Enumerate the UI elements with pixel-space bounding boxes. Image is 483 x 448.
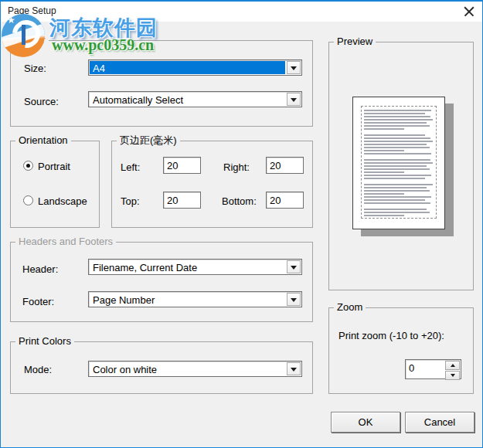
source-combobox-value: Automatically Select (90, 93, 285, 106)
headers-footers-group: Headers and Footers (10, 242, 313, 322)
chevron-down-icon (291, 368, 297, 375)
size-combobox[interactable]: A4 (88, 59, 302, 76)
margin-left-label: Left: (121, 161, 140, 173)
headers-footers-group-label: Headers and Footers (15, 236, 116, 247)
footer-label: Footer: (22, 296, 54, 307)
chevron-up-icon (451, 361, 455, 367)
landscape-radio-label[interactable]: Landscape (38, 195, 87, 207)
margin-top-input[interactable] (163, 192, 201, 209)
size-combobox-dropdown-button[interactable] (287, 61, 301, 74)
margin-bottom-input[interactable] (266, 192, 304, 209)
landscape-radio[interactable] (23, 195, 33, 205)
header-combobox[interactable]: Filename, Current Date (88, 259, 302, 275)
preview-lines (364, 110, 434, 219)
spinner-buttons (445, 361, 460, 378)
margins-group-label: 页边距(毫米) (117, 134, 180, 146)
mode-combobox-dropdown-button[interactable] (287, 362, 301, 375)
mode-combobox[interactable]: Color on white (88, 361, 302, 377)
chevron-down-icon (291, 66, 297, 73)
ok-button[interactable]: OK (331, 412, 400, 433)
source-combobox-dropdown-button[interactable] (287, 93, 301, 106)
portrait-radio[interactable] (23, 161, 33, 171)
close-icon (464, 6, 474, 17)
print-colors-group-label: Print Colors (15, 335, 74, 347)
mode-combobox-value: Color on white (90, 362, 285, 375)
zoom-group-label: Zoom (334, 301, 366, 313)
title-bar: Page Setup (1, 2, 482, 22)
spinner-down-button[interactable] (445, 371, 460, 380)
zoom-group: Zoom (328, 307, 474, 394)
cancel-button[interactable]: Cancel (405, 412, 474, 433)
portrait-radio-label[interactable]: Portrait (38, 161, 70, 172)
chevron-down-icon (451, 374, 455, 379)
print-zoom-value: 0 (406, 360, 444, 378)
preview-page (352, 97, 445, 229)
margin-right-label: Right: (223, 161, 250, 173)
margin-top-label: Top: (121, 195, 140, 207)
margin-right-input[interactable] (266, 157, 304, 174)
header-combobox-dropdown-button[interactable] (287, 260, 301, 273)
size-label: Size: (24, 63, 46, 74)
source-combobox[interactable]: Automatically Select (88, 91, 302, 107)
header-label: Header: (22, 263, 58, 275)
paper-group-label: Paper (15, 34, 49, 46)
margin-bottom-label: Bottom: (222, 195, 257, 207)
print-zoom-label: Print zoom (-10 to +20): (338, 330, 444, 341)
footer-combobox-value: Page Number (90, 293, 285, 306)
orientation-group: Orientation (10, 141, 100, 228)
chevron-down-icon (291, 98, 297, 105)
close-button[interactable] (459, 3, 479, 20)
preview-margin-outline (361, 106, 437, 219)
paper-group: Paper (10, 40, 313, 127)
chevron-down-icon (291, 266, 297, 273)
print-zoom-spinner[interactable]: 0 (405, 359, 461, 379)
mode-label: Mode: (24, 364, 52, 375)
preview-group-label: Preview (334, 36, 376, 47)
margins-group: 页边距(毫米) (111, 141, 313, 228)
page-setup-dialog: Page Setup Paper Size: A4 Source: Automa… (0, 0, 483, 448)
header-combobox-value: Filename, Current Date (90, 260, 285, 273)
chevron-down-icon (291, 298, 297, 305)
source-label: Source: (24, 96, 59, 107)
footer-combobox-dropdown-button[interactable] (287, 293, 301, 306)
footer-combobox[interactable]: Page Number (88, 291, 302, 307)
size-combobox-value: A4 (90, 61, 285, 74)
spinner-up-button[interactable] (445, 361, 460, 370)
orientation-group-label: Orientation (15, 134, 71, 146)
window-title: Page Setup (8, 5, 56, 16)
margin-left-input[interactable] (163, 157, 201, 174)
